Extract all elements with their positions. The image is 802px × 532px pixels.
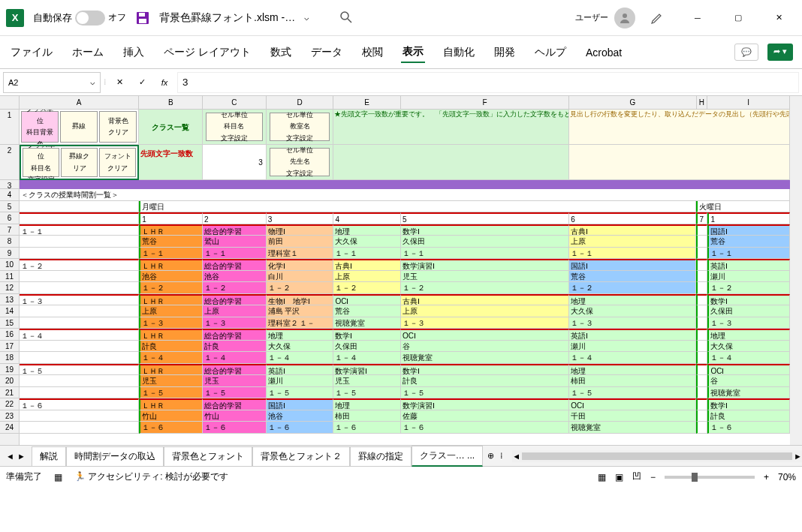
tab-review[interactable]: 校閲 (360, 43, 384, 62)
zoom-in-icon[interactable]: + (764, 472, 769, 482)
maximize-button[interactable]: ▢ (721, 6, 755, 30)
schedule-cell[interactable]: 理科室２ １－ (267, 317, 334, 329)
schedule-cell[interactable]: １－５ (401, 387, 569, 399)
schedule-cell[interactable]: １－６ (707, 422, 790, 434)
tab-home[interactable]: ホーム (71, 43, 105, 62)
schedule-cell[interactable]: １－３ (203, 317, 267, 329)
schedule-cell[interactable]: 池谷 (139, 271, 203, 283)
schedule-cell[interactable]: 大久保 (333, 236, 401, 248)
schedule-cell[interactable] (696, 398, 707, 410)
tabs-menu-icon[interactable]: ⁞ (500, 451, 503, 461)
schedule-cell[interactable]: OCⅠ (401, 329, 569, 341)
row-head-23[interactable]: 23 (0, 410, 19, 422)
schedule-cell[interactable]: １－１ (569, 248, 696, 260)
schedule-cell[interactable]: １－２ (333, 282, 401, 294)
btn-bg-clear[interactable]: 背景色 クリア (99, 111, 137, 143)
schedule-cell[interactable]: 谷 (401, 341, 569, 353)
schedule-cell[interactable]: 竹山 (203, 410, 267, 422)
sheet-tab-5[interactable]: クラス一… ... (412, 446, 483, 467)
schedule-cell[interactable]: 児玉 (401, 271, 569, 283)
schedule-cell[interactable]: 上原 (139, 305, 203, 317)
schedule-cell[interactable]: 古典Ⅰ (401, 294, 569, 306)
schedule-cell[interactable] (696, 317, 707, 329)
schedule-cell[interactable]: 生物Ⅰ 地学Ⅰ (267, 294, 334, 306)
tab-prev-icon[interactable]: ◄ (6, 452, 14, 461)
filename-dropdown-icon[interactable]: ⌵ (304, 13, 309, 23)
schedule-cell[interactable]: 数学Ⅰ (707, 294, 790, 306)
schedule-cell[interactable]: 上原 (401, 305, 569, 317)
class-cell[interactable] (20, 410, 139, 422)
schedule-cell[interactable]: 古典Ⅰ (333, 259, 401, 271)
class-cell[interactable] (20, 352, 139, 364)
sheet-tab-1[interactable]: 時間割データの取込 (66, 446, 164, 466)
class-cell[interactable]: １－３ (20, 294, 139, 306)
tab-acrobat[interactable]: Acrobat (584, 44, 623, 62)
schedule-cell[interactable]: １－６ (401, 422, 569, 434)
schedule-cell[interactable]: １－１ (401, 248, 569, 260)
schedule-cell[interactable]: 英語Ⅰ (569, 329, 696, 341)
class-cell[interactable]: １－２ (20, 259, 139, 271)
class-cell[interactable] (20, 248, 139, 260)
schedule-cell[interactable]: １－３ (569, 317, 696, 329)
schedule-cell[interactable]: ＬＨＲ (139, 294, 203, 306)
schedule-cell[interactable] (696, 329, 707, 341)
schedule-cell[interactable]: OCⅠ (333, 294, 401, 306)
class-cell[interactable] (20, 236, 139, 248)
tab-formula[interactable]: 数式 (269, 43, 293, 62)
view-normal-icon[interactable]: ▦ (598, 472, 606, 482)
schedule-cell[interactable] (696, 305, 707, 317)
col-head-f[interactable]: F (401, 96, 569, 110)
scrollbar-v[interactable] (790, 96, 802, 445)
schedule-cell[interactable]: １－２ (139, 282, 203, 294)
schedule-cell[interactable]: 国語Ⅰ (569, 259, 696, 271)
schedule-cell[interactable] (696, 259, 707, 271)
schedule-cell[interactable]: 荒谷 (707, 236, 790, 248)
schedule-cell[interactable] (696, 410, 707, 422)
class-cell[interactable] (20, 282, 139, 294)
schedule-cell[interactable]: 池谷 (203, 271, 267, 283)
save-icon[interactable] (135, 11, 150, 26)
autosave-toggle[interactable] (75, 11, 105, 26)
schedule-cell[interactable]: 前田 (267, 236, 334, 248)
row-head-15[interactable]: 15 (0, 317, 19, 329)
row-head-14[interactable]: 14 (0, 305, 19, 317)
enter-icon[interactable]: ✓ (132, 73, 152, 92)
schedule-cell[interactable]: 地理 (267, 329, 334, 341)
schedule-cell[interactable]: 視聴覚室 (401, 352, 569, 364)
schedule-cell[interactable]: 地理 (333, 224, 401, 236)
schedule-cell[interactable]: 計良 (203, 341, 267, 353)
tab-automation[interactable]: 自動化 (442, 43, 476, 62)
schedule-cell[interactable] (696, 375, 707, 387)
add-sheet-icon[interactable]: ⊕ (487, 451, 494, 461)
schedule-cell[interactable]: 視聴覚室 (569, 422, 696, 434)
schedule-cell[interactable]: １－６ (203, 422, 267, 434)
schedule-cell[interactable]: 数学Ⅰ (401, 364, 569, 376)
schedule-cell[interactable]: 数学演習Ⅰ (333, 364, 401, 376)
schedule-cell[interactable] (696, 236, 707, 248)
row-head-21[interactable]: 21 (0, 387, 19, 399)
col-head-e[interactable]: E (333, 96, 401, 110)
schedule-cell[interactable]: 荒谷 (569, 271, 696, 283)
schedule-cell[interactable]: 池谷 (267, 410, 334, 422)
schedule-cell[interactable]: 児玉 (139, 375, 203, 387)
row-head-24[interactable]: 24 (0, 422, 19, 434)
schedule-cell[interactable]: ＬＨＲ (139, 364, 203, 376)
schedule-cell[interactable] (696, 364, 707, 376)
schedule-cell[interactable]: 英語Ⅰ (707, 259, 790, 271)
row-head-18[interactable]: 18 (0, 352, 19, 364)
schedule-cell[interactable]: ＬＨＲ (139, 224, 203, 236)
class-cell[interactable] (20, 341, 139, 353)
col-head-c[interactable]: C (203, 96, 267, 110)
view-break-icon[interactable]: 凹 (632, 470, 641, 483)
row-head-6[interactable]: 6 (0, 212, 19, 224)
schedule-cell[interactable]: ＬＨＲ (139, 329, 203, 341)
zoom-slider[interactable] (665, 476, 755, 479)
schedule-cell[interactable]: 総合的学習 (203, 259, 267, 271)
row-head-16[interactable]: 16 (0, 329, 19, 341)
schedule-cell[interactable]: １－２ (267, 282, 334, 294)
tab-layout[interactable]: ページ レイアウト (162, 43, 252, 62)
avatar[interactable] (614, 8, 635, 29)
row-head-10[interactable]: 10 (0, 259, 19, 271)
schedule-cell[interactable]: 谷 (707, 375, 790, 387)
col-head-g[interactable]: G (569, 96, 696, 110)
